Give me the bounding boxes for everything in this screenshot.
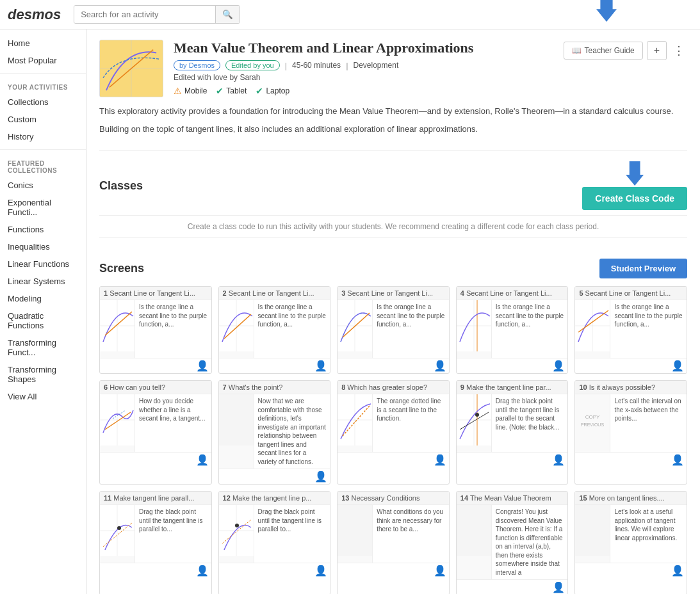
activity-info: Mean Value Theorem and Linear Approximat…: [174, 40, 553, 96]
screen-preview: [457, 505, 492, 579]
screen-card-body: What conditions do you think are necessa…: [338, 505, 449, 563]
screen-text-area: Let's call the interval on the x-axis be…: [610, 394, 687, 452]
screen-footer: 👤: [338, 563, 449, 578]
search-button[interactable]: 🔍: [215, 6, 240, 23]
screen-preview: [219, 505, 254, 563]
screen-card-header: 9 Make the tangent line par...: [457, 381, 568, 394]
main-content: Mean Value Theorem and Linear Approximat…: [86, 29, 700, 594]
screen-card[interactable]: 4 Secant Line or Tangent Li... Is the or…: [456, 286, 569, 374]
search-input[interactable]: [74, 6, 215, 23]
screen-card[interactable]: 11 Make tangent line parall... Drag the …: [99, 491, 212, 594]
sidebar-item-home[interactable]: Home: [0, 35, 86, 52]
screen-card[interactable]: 2 Secant Line or Tangent Li... Is the or…: [218, 286, 331, 374]
screen-footer: 👤: [100, 358, 211, 373]
screens-grid: 1 Secant Line or Tangent Li... Is the or…: [99, 286, 687, 594]
screen-card[interactable]: 9 Make the tangent line par... Drag the …: [456, 380, 569, 485]
person-icon: 👤: [196, 565, 209, 577]
device-laptop-label: Laptop: [266, 86, 289, 95]
screen-preview: [575, 505, 610, 563]
screen-text-area: Drag the black point until the tangent l…: [254, 505, 330, 563]
sidebar-item-conics[interactable]: Conics: [0, 177, 86, 194]
svg-rect-52: [338, 505, 373, 556]
sidebar-item-transforming-funct[interactable]: Transforming Funct...: [0, 334, 86, 361]
screen-card[interactable]: 5 Secant Line or Tangent Li... Is the or…: [574, 286, 687, 374]
screen-card-body: COPY PREVIOUS Let's call the interval on…: [575, 394, 687, 452]
screen-card[interactable]: 10 Is it always possible? COPY PREVIOUS …: [574, 380, 687, 485]
classes-header: Classes Create Class Code: [99, 161, 687, 210]
activity-meta: by Desmos Edited by you | 45-60 minutes …: [174, 60, 553, 70]
featured-collections-title: FEATURED COLLECTIONS: [0, 154, 86, 177]
tablet-ok-icon: ✔: [216, 86, 224, 96]
screen-card-body: Is the orange line a secant line to the …: [338, 300, 449, 358]
screen-card[interactable]: 14 The Mean Value Theorem Congrats! You …: [456, 491, 569, 594]
sidebar-item-transforming-shapes[interactable]: Transforming Shapes: [0, 361, 86, 388]
screen-text-area: Let's look at a useful application of ta…: [610, 505, 687, 563]
screen-card-header: 4 Secant Line or Tangent Li...: [457, 287, 568, 300]
sidebar-item-history[interactable]: History: [0, 128, 86, 145]
sidebar-item-custom[interactable]: Custom: [0, 111, 86, 128]
screen-card[interactable]: 13 Necessary Conditions What conditions …: [337, 491, 450, 594]
sidebar-item-linear-systems[interactable]: Linear Systems: [0, 273, 86, 290]
sidebar-item-quadratic[interactable]: Quadratic Functions: [0, 307, 86, 334]
teacher-guide-button[interactable]: 📖 Teacher Guide: [564, 42, 643, 60]
screen-preview: [338, 394, 373, 452]
sidebar-item-linear-functions[interactable]: Linear Functions: [0, 255, 86, 273]
sidebar: Home Most Popular YOUR ACTIVITIES Collec…: [0, 29, 86, 594]
sidebar-item-view-all[interactable]: View All: [0, 388, 86, 405]
screen-footer: 👤: [219, 563, 330, 578]
classes-note: Create a class code to run this activity…: [99, 215, 687, 238]
person-icon: 👤: [671, 360, 684, 372]
sidebar-item-inequalities[interactable]: Inequalities: [0, 238, 86, 255]
student-preview-button[interactable]: Student Preview: [599, 259, 687, 278]
screen-card-header: 7 What's the point?: [219, 381, 330, 394]
screen-card[interactable]: 8 Which has greater slope? The orange do…: [337, 380, 450, 485]
more-button[interactable]: ⋮: [671, 40, 687, 61]
screen-card[interactable]: 15 More on tangent lines.... Let's look …: [574, 491, 687, 594]
create-class-button[interactable]: Create Class Code: [582, 187, 687, 210]
badge-edited[interactable]: Edited by you: [225, 60, 280, 70]
device-tablet-label: Tablet: [226, 86, 247, 95]
screen-footer: 👤: [338, 452, 449, 467]
screen-card-header: 12 Make the tangent line p...: [219, 492, 330, 505]
sidebar-item-modeling[interactable]: Modeling: [0, 290, 86, 307]
teacher-guide-label: Teacher Guide: [585, 46, 635, 55]
sidebar-item-collections[interactable]: Collections: [0, 93, 86, 111]
person-icon: 👤: [196, 360, 209, 372]
svg-rect-53: [457, 505, 492, 556]
screens-section: Screens Student Preview 1 Secant Line or…: [99, 259, 687, 594]
edited-by: Edited with love by Sarah: [174, 73, 553, 82]
screen-footer: 👤: [457, 452, 568, 467]
sidebar-item-functions[interactable]: Functions: [0, 221, 86, 238]
screen-card-header: 10 Is it always possible?: [575, 381, 687, 394]
screen-preview: [219, 300, 254, 358]
screen-footer: 👤: [575, 563, 687, 578]
screen-footer: 👤: [575, 358, 687, 373]
person-icon: 👤: [552, 581, 565, 593]
activity-description: This exploratory activity provides a fou…: [99, 105, 687, 151]
screen-card[interactable]: 1 Secant Line or Tangent Li... Is the or…: [99, 286, 212, 374]
screen-text-area: Is the orange line a secant line to the …: [492, 300, 568, 358]
screen-card[interactable]: 6 How can you tell? How do you decide wh…: [99, 380, 212, 485]
person-icon: 👤: [552, 454, 565, 466]
sidebar-item-exponential[interactable]: Exponential Functi...: [0, 194, 86, 221]
add-button[interactable]: +: [647, 41, 667, 60]
screen-card-body: Is the orange line a secant line to the …: [457, 300, 568, 358]
screen-card[interactable]: 3 Secant Line or Tangent Li... Is the or…: [337, 286, 450, 374]
screen-footer: 👤: [457, 358, 568, 373]
screen-text-area: What conditions do you think are necessa…: [373, 505, 449, 563]
screens-title: Screens: [99, 262, 144, 275]
person-icon: 👤: [314, 565, 327, 577]
search-container: 🔍: [74, 5, 240, 24]
sidebar-item-most-popular[interactable]: Most Popular: [0, 52, 86, 69]
svg-rect-54: [575, 505, 610, 556]
badge-desmos[interactable]: by Desmos: [174, 60, 220, 70]
screen-text-area: How do you decide whether a line is a se…: [135, 394, 211, 452]
description-para-1: This exploratory activity provides a fou…: [99, 105, 687, 118]
screen-text-area: Drag the black point until the tangent l…: [492, 394, 568, 452]
screen-card[interactable]: 12 Make the tangent line p... Drag the b…: [218, 491, 331, 594]
logo: desmos: [8, 6, 61, 23]
screen-card[interactable]: 7 What's the point? Now that we are comf…: [218, 380, 331, 485]
svg-text:PREVIOUS: PREVIOUS: [581, 422, 605, 427]
svg-point-46: [117, 526, 121, 530]
screen-footer: 👤: [575, 452, 687, 467]
